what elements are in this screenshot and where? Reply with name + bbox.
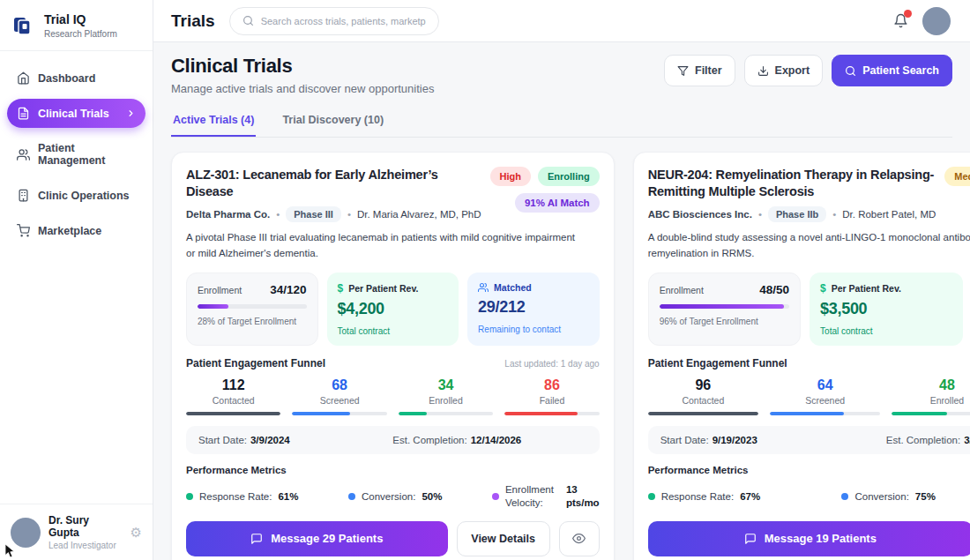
user-profile[interactable]: Dr. Sury Gupta Lead Investigator ⚙ bbox=[0, 504, 153, 560]
topbar-title: Trials bbox=[171, 11, 215, 31]
enrollment-metric: Enrollment 34/120 28% of Target Enrollme… bbox=[186, 273, 318, 346]
eye-icon bbox=[572, 532, 586, 545]
message-patients-button[interactable]: Message 19 Patients bbox=[648, 521, 970, 556]
trial-title: ALZ-301: Lecanemab for Early Alzheimer’s… bbox=[186, 167, 481, 200]
funnel-stage-enrolled: 48 Enrolled bbox=[892, 377, 970, 415]
tab-trial-discovery[interactable]: Trial Discovery (10) bbox=[280, 108, 385, 137]
trial-card-alz-301: ALZ-301: Lecanemab for Early Alzheimer’s… bbox=[171, 152, 615, 560]
trial-investigator: Dr. Maria Alvarez, MD, PhD bbox=[357, 209, 481, 220]
engagement-funnel: Patient Engagement Funnel Last updated: … bbox=[186, 357, 600, 415]
search-icon bbox=[845, 65, 856, 77]
sidebar-item-patient-management[interactable]: Patient Management bbox=[7, 134, 146, 175]
tab-active-trials[interactable]: Active Trials (4) bbox=[171, 108, 256, 137]
sidebar-item-dashboard[interactable]: Dashboard bbox=[7, 63, 146, 93]
gear-icon[interactable]: ⚙ bbox=[131, 525, 142, 541]
enrollment-metric: Enrollment 48/50 96% of Target Enrollmen… bbox=[648, 273, 801, 346]
revenue-metric: $ Per Patient Rev. $3,500 Total contract bbox=[810, 273, 962, 346]
sidebar-nav: Dashboard Clinical Trials Patient Manage… bbox=[0, 51, 153, 258]
revenue-caption: Total contract bbox=[338, 326, 449, 336]
completion-date-value: 3/30/2025 bbox=[964, 435, 970, 445]
sidebar-item-label: Dashboard bbox=[38, 72, 95, 85]
shopping-cart-icon bbox=[17, 224, 30, 237]
enrollment-value: 48/50 bbox=[759, 283, 789, 296]
revenue-label: Per Patient Rev. bbox=[832, 283, 901, 294]
conversion-metric: Conversion: 75% bbox=[841, 491, 935, 502]
profile-name: Dr. Sury Gupta bbox=[48, 514, 123, 539]
performance-metrics: Performance Metrics Response Rate: 61% C… bbox=[186, 465, 600, 510]
funnel-stage-contacted: 112 Contacted bbox=[186, 377, 280, 415]
page-title: Clinical Trials bbox=[171, 55, 434, 78]
sidebar-item-marketplace[interactable]: Marketplace bbox=[7, 216, 146, 245]
chat-icon bbox=[250, 533, 263, 545]
main-content: Clinical Trials Manage active trials and… bbox=[153, 42, 970, 560]
sidebar-item-label: Marketplace bbox=[38, 225, 101, 237]
mouse-cursor bbox=[4, 543, 17, 558]
trial-phase-badge: Phase IIb bbox=[768, 206, 826, 222]
ai-match-badge: 91% AI Match bbox=[515, 193, 600, 213]
start-date-label: Start Date: bbox=[198, 435, 247, 445]
enrollment-label: Enrollment bbox=[198, 285, 242, 295]
trial-sponsor: ABC Biosciences Inc. bbox=[648, 209, 752, 220]
velocity-metric: Enrollment Velocity: 13pts/mo bbox=[492, 483, 600, 510]
funnel-stage-screened: 68 Screened bbox=[292, 377, 386, 415]
sidebar-item-label: Clinical Trials bbox=[38, 108, 109, 120]
patient-search-button[interactable]: Patient Search bbox=[832, 55, 952, 86]
page-subtitle: Manage active trials and discover new op… bbox=[171, 82, 434, 95]
trial-card-neur-204: NEUR-204: Remyelination Therapy in Relap… bbox=[633, 152, 970, 560]
view-details-button[interactable]: View Details bbox=[457, 521, 550, 556]
message-patients-button[interactable]: Message 29 Patients bbox=[186, 521, 448, 556]
revenue-metric: $ Per Patient Rev. $4,200 Total contract bbox=[327, 273, 459, 346]
funnel-last-updated: Last updated: 1 day ago bbox=[504, 359, 599, 369]
trial-description: A pivotal Phase III trial evaluating lec… bbox=[186, 230, 578, 262]
sidebar-item-clinic-operations[interactable]: Clinic Operations bbox=[7, 181, 146, 210]
trial-title: NEUR-204: Remyelination Therapy in Relap… bbox=[648, 167, 936, 200]
sidebar-item-label: Clinic Operations bbox=[38, 190, 130, 202]
engagement-funnel: Patient Engagement Funnel Last updated: … bbox=[648, 357, 970, 415]
trials-tabs: Active Trials (4) Trial Discovery (10) bbox=[171, 108, 952, 138]
enrollment-progress-bar bbox=[198, 304, 307, 309]
brand-subtitle: Research Platform bbox=[44, 29, 117, 39]
purple-dot-icon bbox=[492, 493, 499, 500]
chat-icon bbox=[744, 533, 757, 545]
funnel-title: Patient Engagement Funnel bbox=[186, 357, 325, 370]
start-date-label: Start Date: bbox=[660, 435, 709, 445]
chevron-right-icon bbox=[126, 108, 136, 118]
global-search[interactable] bbox=[229, 7, 439, 35]
trial-investigator: Dr. Robert Patel, MD bbox=[842, 209, 936, 220]
enrollment-caption: 96% of Target Enrollment bbox=[660, 317, 789, 326]
notification-badge bbox=[904, 10, 912, 18]
notifications-button[interactable] bbox=[893, 13, 908, 28]
completion-date-value: 12/14/2026 bbox=[471, 435, 522, 445]
home-icon bbox=[17, 71, 30, 85]
funnel-stage-failed: 86 Failed bbox=[504, 377, 599, 415]
building-icon bbox=[17, 189, 30, 202]
filter-button[interactable]: Filter bbox=[664, 55, 735, 86]
revenue-caption: Total contract bbox=[820, 326, 951, 336]
filter-icon bbox=[677, 65, 689, 77]
export-button[interactable]: Export bbox=[744, 55, 824, 86]
conversion-metric: Conversion: 50% bbox=[348, 491, 442, 502]
matched-label: Matched bbox=[494, 282, 532, 293]
revenue-value: $3,500 bbox=[820, 300, 951, 318]
blue-dot-icon bbox=[841, 493, 848, 500]
priority-badge: High bbox=[490, 167, 531, 186]
topbar: Trials bbox=[153, 0, 970, 42]
meta-separator: • bbox=[276, 209, 280, 220]
funnel-stage-contacted: 96 Contacted bbox=[648, 377, 758, 415]
enrollment-caption: 28% of Target Enrollment bbox=[198, 317, 307, 326]
performance-metrics: Performance Metrics Response Rate: 67% C… bbox=[648, 465, 970, 510]
revenue-label: Per Patient Rev. bbox=[348, 283, 418, 294]
trial-sponsor: Delta Pharma Co. bbox=[186, 209, 270, 220]
sidebar-item-clinical-trials[interactable]: Clinical Trials bbox=[7, 99, 146, 128]
meta-separator: • bbox=[347, 209, 351, 220]
search-input[interactable] bbox=[261, 16, 426, 26]
enrollment-value: 34/120 bbox=[270, 283, 306, 296]
preview-button[interactable] bbox=[559, 521, 600, 556]
users-icon bbox=[478, 282, 489, 293]
sidebar: Trial IQ Research Platform Dashboard Cli… bbox=[0, 0, 153, 560]
enrollment-label: Enrollment bbox=[660, 285, 704, 295]
start-date-value: 3/9/2024 bbox=[250, 435, 290, 445]
blue-dot-icon bbox=[348, 493, 355, 500]
topbar-avatar[interactable] bbox=[922, 7, 951, 35]
response-rate-metric: Response Rate: 61% bbox=[186, 491, 299, 502]
